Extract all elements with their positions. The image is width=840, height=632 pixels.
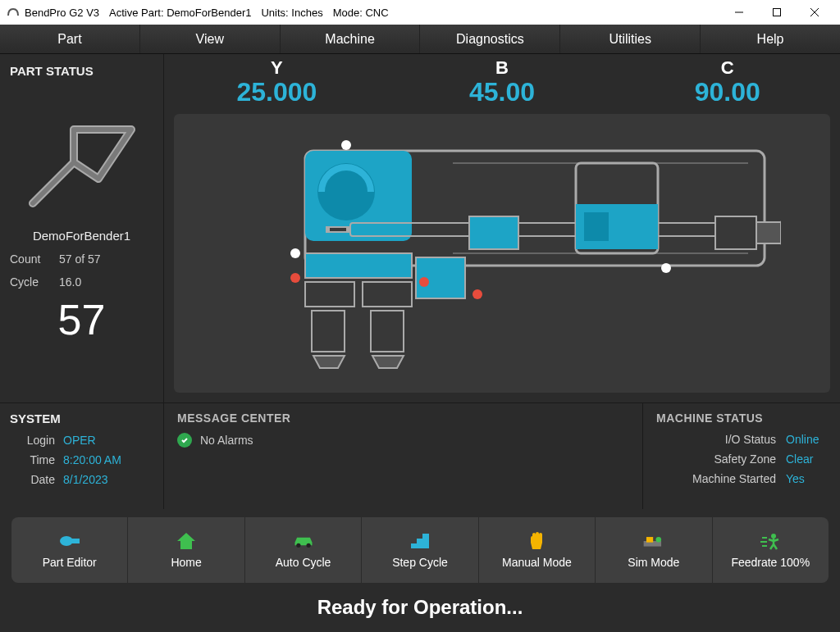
big-count: 57 (10, 295, 153, 344)
part-status-panel: PART STATUS DemoForBender1 Count 57 of 5… (0, 54, 164, 402)
part-status-heading: PART STATUS (10, 64, 153, 78)
auto-cycle-button[interactable]: Auto Cycle (245, 517, 362, 583)
machine-status-heading: MACHINE STATUS (656, 411, 827, 425)
system-heading: SYSTEM (10, 411, 153, 425)
svg-rect-10 (305, 282, 354, 307)
active-part-label: Active Part: DemoForBender1 (109, 7, 251, 19)
machine-status-panel: MACHINE STATUS I/O StatusOnline Safety Z… (643, 403, 840, 509)
cycle-label: Cycle (10, 275, 51, 289)
svg-point-32 (296, 543, 300, 548)
count-value: 57 of 57 (59, 252, 101, 266)
machine-diagram[interactable] (174, 114, 830, 393)
menu-view[interactable]: View (140, 25, 281, 53)
svg-point-33 (306, 543, 310, 548)
svg-rect-23 (756, 222, 781, 243)
status-text: Ready for Operation... (317, 596, 523, 619)
check-circle-icon (177, 433, 192, 448)
axis-b: B 45.00 (390, 54, 615, 107)
svg-rect-13 (312, 311, 345, 352)
date-value: 8/1/2023 (63, 473, 108, 486)
svg-point-24 (341, 140, 351, 150)
minimize-button[interactable] (720, 0, 758, 25)
message-center-panel: MESSAGE CENTER No Alarms (164, 403, 643, 509)
io-status-label: I/O Status (725, 433, 776, 446)
count-label: Count (10, 252, 51, 266)
part-editor-button[interactable]: Part Editor (11, 517, 128, 583)
app-name: BendPro G2 V3 (25, 7, 99, 19)
svg-rect-1 (774, 9, 781, 16)
mode-label: Mode: CNC (333, 7, 389, 19)
io-status-value: Online (786, 433, 827, 446)
safety-zone-label: Safety Zone (714, 452, 777, 466)
time-value: 8:20:00 AM (63, 453, 121, 466)
svg-rect-14 (371, 311, 404, 352)
manual-mode-button[interactable]: Manual Mode (479, 517, 596, 583)
safety-zone-value: Clear (786, 452, 827, 466)
bottom-toolbar: Part Editor Home Auto Cycle Step Cycle (11, 517, 829, 583)
part-editor-icon (58, 531, 81, 551)
axes-readouts: Y 25.000 B 45.00 C 90.00 (164, 54, 840, 107)
menu-machine[interactable]: Machine (281, 25, 421, 53)
hand-icon (525, 531, 548, 551)
sim-icon (642, 531, 665, 551)
feedrate-button[interactable]: Feedrate 100% (713, 517, 829, 583)
menubar: Part View Machine Diagnostics Utilities … (0, 25, 840, 54)
maximize-button[interactable] (758, 0, 796, 25)
home-button[interactable]: Home (128, 517, 244, 583)
svg-point-27 (419, 277, 429, 287)
part-name: DemoForBender1 (10, 229, 153, 243)
message-center-heading: MESSAGE CENTER (177, 411, 629, 425)
svg-point-28 (472, 289, 482, 299)
window-titlebar: BendPro G2 V3 Active Part: DemoForBender… (0, 0, 840, 25)
status-bar: Ready for Operation... (0, 591, 840, 624)
menu-utilities[interactable]: Utilities (560, 25, 701, 53)
date-label: Date (10, 473, 55, 486)
system-panel: SYSTEM LoginOPER Time8:20:00 AM Date8/1/… (0, 403, 164, 509)
machine-started-label: Machine Started (692, 472, 776, 485)
svg-point-26 (290, 273, 300, 283)
svg-rect-31 (70, 539, 80, 543)
machine-started-value: Yes (786, 472, 827, 485)
menu-part[interactable]: Part (0, 25, 140, 53)
svg-point-37 (771, 534, 776, 539)
svg-rect-17 (330, 228, 346, 231)
axis-y: Y 25.000 (164, 54, 390, 107)
app-logo-icon (7, 6, 20, 19)
svg-point-36 (655, 537, 661, 543)
home-icon (175, 531, 198, 551)
close-button[interactable] (796, 0, 833, 25)
login-label: Login (10, 434, 55, 447)
menu-help[interactable]: Help (701, 25, 840, 53)
svg-rect-18 (469, 216, 518, 249)
svg-rect-35 (646, 537, 653, 543)
speed-icon (759, 531, 782, 551)
steps-icon (409, 531, 431, 551)
time-label: Time (10, 453, 55, 466)
login-value: OPER (63, 434, 96, 447)
cycle-value: 16.0 (59, 275, 81, 289)
units-label: Units: Inches (261, 7, 322, 19)
menu-diagnostics[interactable]: Diagnostics (420, 25, 560, 53)
svg-rect-21 (584, 212, 609, 241)
svg-point-8 (317, 163, 375, 221)
sim-mode-button[interactable]: Sim Mode (596, 517, 712, 583)
svg-rect-9 (305, 253, 412, 278)
svg-point-29 (661, 263, 671, 273)
svg-rect-22 (715, 216, 756, 249)
car-icon (292, 531, 315, 551)
svg-point-25 (290, 248, 300, 258)
message-text: No Alarms (200, 434, 253, 447)
svg-rect-11 (363, 282, 412, 307)
step-cycle-button[interactable]: Step Cycle (362, 517, 478, 583)
part-3d-preview[interactable] (10, 84, 153, 224)
axis-c: C 90.00 (614, 54, 840, 107)
